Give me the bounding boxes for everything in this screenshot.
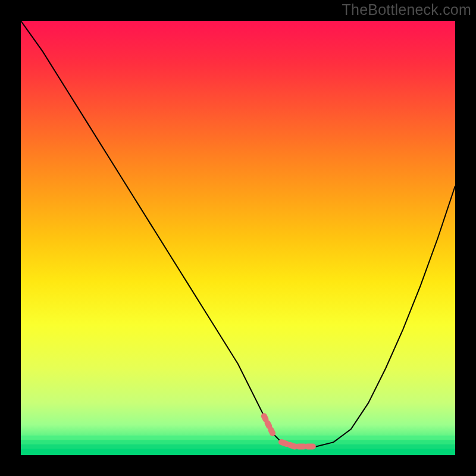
chart-frame: TheBottleneck.com: [0, 0, 476, 476]
watermark-text: TheBottleneck.com: [342, 1, 471, 18]
bottom-band: [21, 440, 455, 444]
gradient-background: [21, 21, 455, 455]
bottom-band: [21, 444, 455, 449]
bottleneck-chart: [21, 21, 455, 455]
bottom-band: [21, 449, 455, 455]
bottom-band: [21, 436, 455, 440]
chart-plot-area: [21, 21, 455, 455]
